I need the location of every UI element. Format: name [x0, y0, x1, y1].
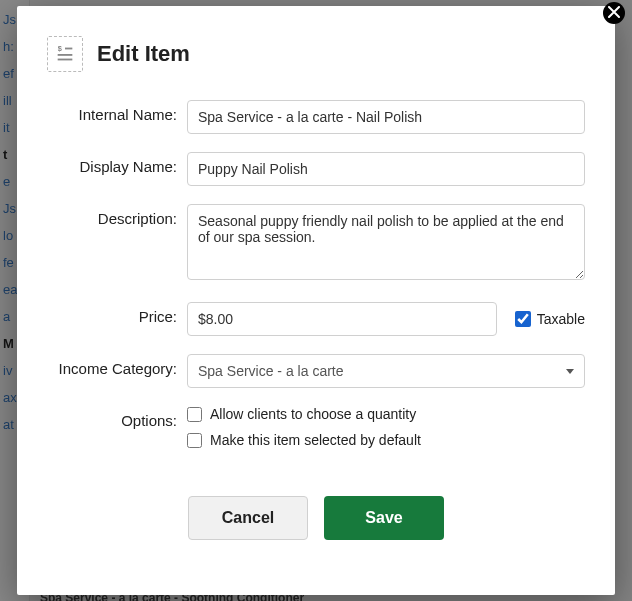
save-button[interactable]: Save	[324, 496, 444, 540]
modal-footer: Cancel Save	[47, 496, 585, 540]
selected-default-label: Make this item selected by default	[210, 432, 421, 448]
chevron-down-icon	[566, 369, 574, 374]
description-label: Description:	[47, 204, 177, 227]
display-name-input[interactable]	[187, 152, 585, 186]
options-label: Options:	[47, 406, 177, 429]
income-category-select[interactable]: Spa Service - a la carte	[187, 354, 585, 388]
income-category-value: Spa Service - a la carte	[198, 363, 344, 379]
allow-quantity-label: Allow clients to choose a quantity	[210, 406, 416, 422]
close-icon	[608, 4, 620, 22]
price-label: Price:	[47, 302, 177, 325]
display-name-label: Display Name:	[47, 152, 177, 175]
allow-quantity-checkbox[interactable]	[187, 407, 202, 422]
edit-item-modal: $ Edit Item Internal Name: Display Name:…	[17, 6, 615, 595]
selected-default-checkbox[interactable]	[187, 433, 202, 448]
invoice-icon: $	[47, 36, 83, 72]
taxable-checkbox[interactable]	[515, 311, 531, 327]
price-input[interactable]	[187, 302, 497, 336]
income-category-label: Income Category:	[47, 354, 177, 377]
internal-name-label: Internal Name:	[47, 100, 177, 123]
close-button[interactable]	[603, 2, 625, 24]
taxable-option[interactable]: Taxable	[515, 311, 585, 327]
modal-header: $ Edit Item	[47, 36, 585, 72]
description-textarea[interactable]	[187, 204, 585, 280]
taxable-label: Taxable	[537, 311, 585, 327]
modal-title: Edit Item	[97, 41, 190, 67]
option-allow-quantity[interactable]: Allow clients to choose a quantity	[187, 406, 585, 422]
svg-text:$: $	[58, 44, 62, 53]
cancel-button[interactable]: Cancel	[188, 496, 308, 540]
option-selected-default[interactable]: Make this item selected by default	[187, 432, 585, 448]
internal-name-input[interactable]	[187, 100, 585, 134]
